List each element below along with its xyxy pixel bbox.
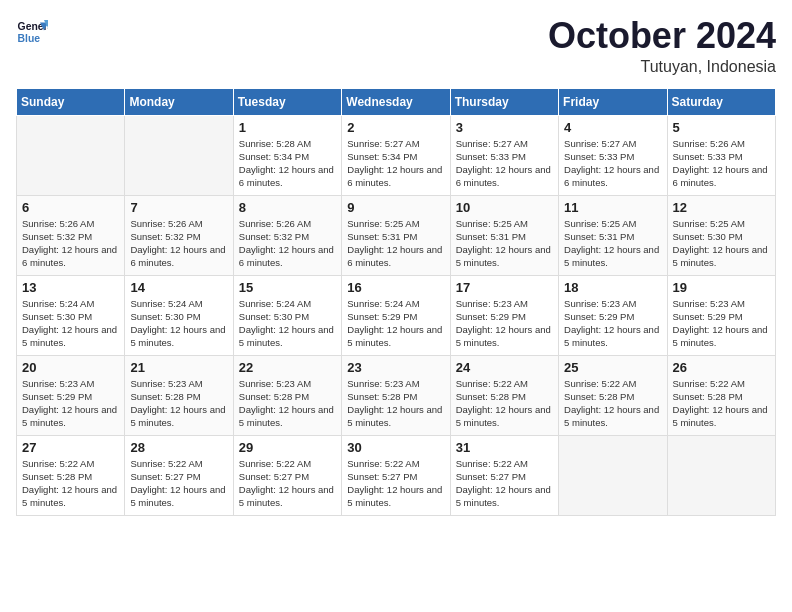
month-year-title: October 2024	[548, 16, 776, 56]
weekday-header-monday: Monday	[125, 88, 233, 115]
day-cell	[17, 115, 125, 195]
day-info: Sunrise: 5:25 AM Sunset: 5:31 PM Dayligh…	[564, 217, 661, 270]
day-cell	[559, 435, 667, 515]
day-info: Sunrise: 5:22 AM Sunset: 5:28 PM Dayligh…	[456, 377, 553, 430]
day-cell: 1Sunrise: 5:28 AM Sunset: 5:34 PM Daylig…	[233, 115, 341, 195]
day-cell: 15Sunrise: 5:24 AM Sunset: 5:30 PM Dayli…	[233, 275, 341, 355]
day-number: 30	[347, 440, 444, 455]
day-info: Sunrise: 5:27 AM Sunset: 5:33 PM Dayligh…	[564, 137, 661, 190]
day-cell: 25Sunrise: 5:22 AM Sunset: 5:28 PM Dayli…	[559, 355, 667, 435]
day-cell: 31Sunrise: 5:22 AM Sunset: 5:27 PM Dayli…	[450, 435, 558, 515]
day-cell: 2Sunrise: 5:27 AM Sunset: 5:34 PM Daylig…	[342, 115, 450, 195]
day-cell: 5Sunrise: 5:26 AM Sunset: 5:33 PM Daylig…	[667, 115, 775, 195]
day-info: Sunrise: 5:26 AM Sunset: 5:32 PM Dayligh…	[22, 217, 119, 270]
day-number: 16	[347, 280, 444, 295]
day-number: 11	[564, 200, 661, 215]
day-info: Sunrise: 5:23 AM Sunset: 5:28 PM Dayligh…	[347, 377, 444, 430]
week-row-2: 6Sunrise: 5:26 AM Sunset: 5:32 PM Daylig…	[17, 195, 776, 275]
day-number: 14	[130, 280, 227, 295]
week-row-1: 1Sunrise: 5:28 AM Sunset: 5:34 PM Daylig…	[17, 115, 776, 195]
day-number: 28	[130, 440, 227, 455]
day-info: Sunrise: 5:22 AM Sunset: 5:28 PM Dayligh…	[564, 377, 661, 430]
svg-text:Blue: Blue	[18, 33, 41, 44]
day-cell: 22Sunrise: 5:23 AM Sunset: 5:28 PM Dayli…	[233, 355, 341, 435]
day-cell: 13Sunrise: 5:24 AM Sunset: 5:30 PM Dayli…	[17, 275, 125, 355]
day-info: Sunrise: 5:25 AM Sunset: 5:30 PM Dayligh…	[673, 217, 770, 270]
day-cell: 18Sunrise: 5:23 AM Sunset: 5:29 PM Dayli…	[559, 275, 667, 355]
day-info: Sunrise: 5:25 AM Sunset: 5:31 PM Dayligh…	[456, 217, 553, 270]
day-info: Sunrise: 5:23 AM Sunset: 5:28 PM Dayligh…	[130, 377, 227, 430]
weekday-header-sunday: Sunday	[17, 88, 125, 115]
day-cell	[125, 115, 233, 195]
day-cell: 8Sunrise: 5:26 AM Sunset: 5:32 PM Daylig…	[233, 195, 341, 275]
day-number: 19	[673, 280, 770, 295]
day-number: 24	[456, 360, 553, 375]
day-number: 12	[673, 200, 770, 215]
day-info: Sunrise: 5:23 AM Sunset: 5:29 PM Dayligh…	[456, 297, 553, 350]
day-cell: 20Sunrise: 5:23 AM Sunset: 5:29 PM Dayli…	[17, 355, 125, 435]
day-cell: 10Sunrise: 5:25 AM Sunset: 5:31 PM Dayli…	[450, 195, 558, 275]
day-cell: 9Sunrise: 5:25 AM Sunset: 5:31 PM Daylig…	[342, 195, 450, 275]
day-number: 17	[456, 280, 553, 295]
day-info: Sunrise: 5:24 AM Sunset: 5:30 PM Dayligh…	[22, 297, 119, 350]
day-info: Sunrise: 5:26 AM Sunset: 5:32 PM Dayligh…	[239, 217, 336, 270]
calendar-table: SundayMondayTuesdayWednesdayThursdayFrid…	[16, 88, 776, 516]
weekday-header-thursday: Thursday	[450, 88, 558, 115]
day-number: 31	[456, 440, 553, 455]
day-cell: 11Sunrise: 5:25 AM Sunset: 5:31 PM Dayli…	[559, 195, 667, 275]
title-block: October 2024 Tutuyan, Indonesia	[548, 16, 776, 76]
day-cell: 19Sunrise: 5:23 AM Sunset: 5:29 PM Dayli…	[667, 275, 775, 355]
day-info: Sunrise: 5:22 AM Sunset: 5:27 PM Dayligh…	[456, 457, 553, 510]
day-cell: 7Sunrise: 5:26 AM Sunset: 5:32 PM Daylig…	[125, 195, 233, 275]
day-number: 10	[456, 200, 553, 215]
day-info: Sunrise: 5:23 AM Sunset: 5:29 PM Dayligh…	[22, 377, 119, 430]
day-info: Sunrise: 5:22 AM Sunset: 5:27 PM Dayligh…	[130, 457, 227, 510]
week-row-4: 20Sunrise: 5:23 AM Sunset: 5:29 PM Dayli…	[17, 355, 776, 435]
day-cell: 30Sunrise: 5:22 AM Sunset: 5:27 PM Dayli…	[342, 435, 450, 515]
day-info: Sunrise: 5:24 AM Sunset: 5:30 PM Dayligh…	[239, 297, 336, 350]
weekday-header-saturday: Saturday	[667, 88, 775, 115]
day-info: Sunrise: 5:24 AM Sunset: 5:30 PM Dayligh…	[130, 297, 227, 350]
day-number: 2	[347, 120, 444, 135]
week-row-5: 27Sunrise: 5:22 AM Sunset: 5:28 PM Dayli…	[17, 435, 776, 515]
day-info: Sunrise: 5:22 AM Sunset: 5:27 PM Dayligh…	[239, 457, 336, 510]
day-info: Sunrise: 5:27 AM Sunset: 5:34 PM Dayligh…	[347, 137, 444, 190]
day-info: Sunrise: 5:23 AM Sunset: 5:28 PM Dayligh…	[239, 377, 336, 430]
day-number: 25	[564, 360, 661, 375]
day-number: 26	[673, 360, 770, 375]
weekday-header-wednesday: Wednesday	[342, 88, 450, 115]
day-cell: 12Sunrise: 5:25 AM Sunset: 5:30 PM Dayli…	[667, 195, 775, 275]
day-cell: 17Sunrise: 5:23 AM Sunset: 5:29 PM Dayli…	[450, 275, 558, 355]
day-cell	[667, 435, 775, 515]
day-number: 9	[347, 200, 444, 215]
day-number: 23	[347, 360, 444, 375]
day-info: Sunrise: 5:23 AM Sunset: 5:29 PM Dayligh…	[564, 297, 661, 350]
day-number: 7	[130, 200, 227, 215]
day-number: 4	[564, 120, 661, 135]
day-info: Sunrise: 5:27 AM Sunset: 5:33 PM Dayligh…	[456, 137, 553, 190]
day-cell: 4Sunrise: 5:27 AM Sunset: 5:33 PM Daylig…	[559, 115, 667, 195]
day-cell: 6Sunrise: 5:26 AM Sunset: 5:32 PM Daylig…	[17, 195, 125, 275]
day-info: Sunrise: 5:26 AM Sunset: 5:33 PM Dayligh…	[673, 137, 770, 190]
day-number: 29	[239, 440, 336, 455]
day-info: Sunrise: 5:22 AM Sunset: 5:27 PM Dayligh…	[347, 457, 444, 510]
day-info: Sunrise: 5:28 AM Sunset: 5:34 PM Dayligh…	[239, 137, 336, 190]
day-number: 13	[22, 280, 119, 295]
weekday-header-row: SundayMondayTuesdayWednesdayThursdayFrid…	[17, 88, 776, 115]
day-number: 27	[22, 440, 119, 455]
day-cell: 27Sunrise: 5:22 AM Sunset: 5:28 PM Dayli…	[17, 435, 125, 515]
week-row-3: 13Sunrise: 5:24 AM Sunset: 5:30 PM Dayli…	[17, 275, 776, 355]
day-number: 21	[130, 360, 227, 375]
day-info: Sunrise: 5:23 AM Sunset: 5:29 PM Dayligh…	[673, 297, 770, 350]
day-cell: 21Sunrise: 5:23 AM Sunset: 5:28 PM Dayli…	[125, 355, 233, 435]
day-number: 20	[22, 360, 119, 375]
day-info: Sunrise: 5:22 AM Sunset: 5:28 PM Dayligh…	[22, 457, 119, 510]
location-subtitle: Tutuyan, Indonesia	[548, 58, 776, 76]
day-cell: 29Sunrise: 5:22 AM Sunset: 5:27 PM Dayli…	[233, 435, 341, 515]
day-cell: 14Sunrise: 5:24 AM Sunset: 5:30 PM Dayli…	[125, 275, 233, 355]
day-cell: 23Sunrise: 5:23 AM Sunset: 5:28 PM Dayli…	[342, 355, 450, 435]
logo-icon: General Blue	[16, 16, 48, 48]
day-info: Sunrise: 5:26 AM Sunset: 5:32 PM Dayligh…	[130, 217, 227, 270]
day-number: 15	[239, 280, 336, 295]
day-number: 6	[22, 200, 119, 215]
